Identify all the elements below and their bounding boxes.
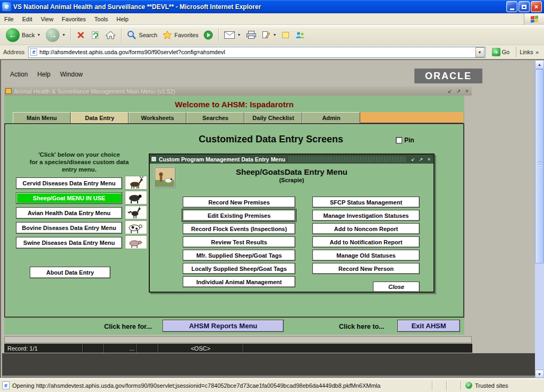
mail-dropdown-icon[interactable]: ▼	[237, 33, 241, 37]
browser-toolbar: ← Back ▼ → ▼ Searc	[0, 25, 544, 45]
forms-canvas: Welcome to AHSM: Ispadarotrn Main Menu D…	[4, 96, 464, 335]
review-test-results-button[interactable]: Review Test Results	[183, 236, 295, 248]
record-new-premises-button[interactable]: Record New Premises	[183, 197, 295, 208]
status-cell	[137, 344, 158, 353]
mail-button[interactable]: ▼	[222, 30, 243, 40]
manage-old-statuses-button[interactable]: Manage Old Statuses	[312, 250, 420, 261]
address-label: Address	[2, 49, 26, 55]
mfr-supplied-tags-button[interactable]: Mfr. Supplied Sheep/Goat Tags	[183, 250, 295, 261]
panel-title: Customized Data Entry Screens	[138, 134, 404, 145]
exit-ahsm-button[interactable]: Exit AHSM	[397, 320, 460, 332]
sheep-goat-menu-button[interactable]: Sheep/Goat MENU IN USE	[16, 192, 122, 204]
home-button[interactable]	[103, 29, 118, 41]
record-new-person-button[interactable]: Record New Person	[312, 263, 420, 274]
search-button[interactable]: Search	[124, 29, 160, 41]
mdi-restore-button[interactable]: ↙	[446, 88, 454, 95]
forms-menu-action[interactable]: Action	[5, 69, 32, 80]
tab-worksheets[interactable]: Worksheets	[129, 112, 186, 123]
ahsm-reports-menu-button[interactable]: AHSM Reports Menu	[163, 320, 284, 332]
favorites-button[interactable]: Favorites	[160, 29, 201, 41]
pin-checkbox[interactable]	[396, 137, 402, 143]
security-zone: ✓ Trusted sites	[462, 382, 542, 389]
edit-dropdown-icon[interactable]: ▼	[273, 33, 276, 37]
tab-admin[interactable]: Admin	[302, 112, 360, 123]
minimize-button[interactable]	[506, 1, 517, 12]
individual-animal-management-button[interactable]: Individual Animal Management	[183, 276, 295, 287]
bovine-menu-button[interactable]: Bovine Diseases Data Entry Menu	[16, 222, 122, 234]
menu-favorites[interactable]: Favorites	[57, 14, 90, 24]
edit-button[interactable]: ▼	[259, 29, 279, 41]
back-dropdown-icon[interactable]: ▼	[37, 33, 40, 37]
tab-main-menu[interactable]: Main Menu	[13, 112, 71, 123]
links-label: Links	[520, 49, 533, 55]
address-dropdown-button[interactable]: ▼	[475, 47, 484, 57]
dialog-titlebar-pattern	[288, 156, 405, 162]
mdi-window-icon	[5, 88, 12, 94]
mdi-window-title: Animal Health & Surveillance Management …	[14, 88, 445, 95]
stop-icon	[76, 31, 85, 39]
edit-existing-premises-button[interactable]: Edit Existing Premises	[183, 210, 295, 221]
scrollbar-thumb[interactable]	[535, 69, 544, 263]
media-icon	[203, 30, 213, 40]
menu-tools[interactable]: Tools	[90, 14, 113, 24]
tab-daily-checklist[interactable]: Daily Checklist	[244, 112, 302, 123]
notes-button[interactable]	[279, 29, 293, 41]
cervid-menu-button[interactable]: Cervid Diseases Data Entry Menu	[16, 177, 122, 189]
scroll-up-button[interactable]: ▲	[535, 60, 544, 69]
menu-view[interactable]: View	[37, 14, 58, 24]
pin-control: Pin	[396, 137, 414, 144]
dialog-close-button[interactable]: ×	[426, 156, 432, 163]
forms-status-line: Record: 1/1 ... <OSC>	[4, 344, 472, 353]
messenger-icon	[295, 31, 305, 39]
avian-menu-button[interactable]: Avian Health Data Entry Menu	[16, 207, 122, 219]
print-button[interactable]	[243, 29, 259, 41]
media-button[interactable]	[201, 29, 216, 41]
stop-button[interactable]	[74, 29, 88, 41]
forward-dropdown-icon[interactable]: ▼	[62, 33, 65, 37]
status-cell	[83, 344, 104, 353]
mdi-maximize-button[interactable]: ↗	[455, 88, 462, 95]
tab-searches[interactable]: Searches	[186, 112, 244, 123]
instruction-line: 'Click' below on your choice	[38, 151, 120, 158]
back-button[interactable]: ← Back ▼	[3, 27, 43, 44]
links-bar[interactable]: Links »	[516, 47, 542, 57]
manage-investigation-statuses-button[interactable]: Manage Investigation Statuses	[312, 210, 420, 221]
mdi-close-button[interactable]: ×	[463, 88, 471, 95]
links-chevron-icon[interactable]: »	[536, 49, 539, 55]
oracle-logo: ORACLE	[414, 69, 482, 83]
scroll-down-button[interactable]: ▼	[535, 370, 544, 379]
sfcp-status-management-button[interactable]: SFCP Status Management	[312, 197, 420, 208]
refresh-button[interactable]	[88, 29, 103, 41]
welcome-heading: Welcome to AHSM: Ispadarotrn	[4, 100, 464, 109]
forward-button[interactable]: → ▼	[43, 27, 68, 44]
swine-menu-button[interactable]: Swine Diseases Data Entry Menu	[16, 237, 122, 249]
vertical-scrollbar[interactable]: ▲ ▼	[535, 60, 544, 379]
favorites-star-icon	[163, 30, 172, 40]
close-button[interactable]: ×	[531, 1, 542, 12]
status-cell	[243, 344, 472, 353]
add-to-noncom-report-button[interactable]: Add to Noncom Report	[312, 223, 420, 234]
dialog-maximize-button[interactable]: ↗	[418, 156, 424, 163]
menu-help[interactable]: Help	[112, 14, 133, 24]
menu-edit[interactable]: Edit	[18, 14, 37, 24]
dialog-close-action-button[interactable]: Close	[373, 282, 420, 292]
add-to-notification-report-button[interactable]: Add to Notification Report	[312, 236, 420, 248]
tab-data-entry[interactable]: Data Entry	[71, 112, 129, 123]
address-input[interactable]	[39, 48, 475, 57]
forms-menu-window[interactable]: Window	[55, 69, 88, 80]
record-flock-events-button[interactable]: Record Flock Events (Inspections)	[183, 223, 295, 234]
about-data-entry-button[interactable]: About Data Entry	[30, 267, 110, 278]
refresh-icon	[90, 31, 100, 39]
window-titlebar: e VS National Animal Health and Surveill…	[0, 0, 544, 13]
forms-menu-help[interactable]: Help	[32, 69, 55, 80]
dialog-right-buttons: SFCP Status Management Manage Investigat…	[312, 197, 420, 276]
status-message: Opening http://ahsmdevtest.aphis.usda.go…	[12, 382, 431, 389]
go-button[interactable]: ➜ Go	[488, 47, 514, 57]
locally-supplied-tags-button[interactable]: Locally Supplied Sheep/Goat Tags	[183, 263, 295, 274]
species-row: Bovine Diseases Data Entry Menu	[16, 222, 147, 234]
minimize-icon	[510, 8, 514, 10]
messenger-button[interactable]	[293, 29, 308, 41]
dialog-restore-button[interactable]: ↙	[410, 156, 416, 163]
maximize-button[interactable]	[518, 1, 530, 12]
menu-file[interactable]: File	[0, 14, 18, 24]
